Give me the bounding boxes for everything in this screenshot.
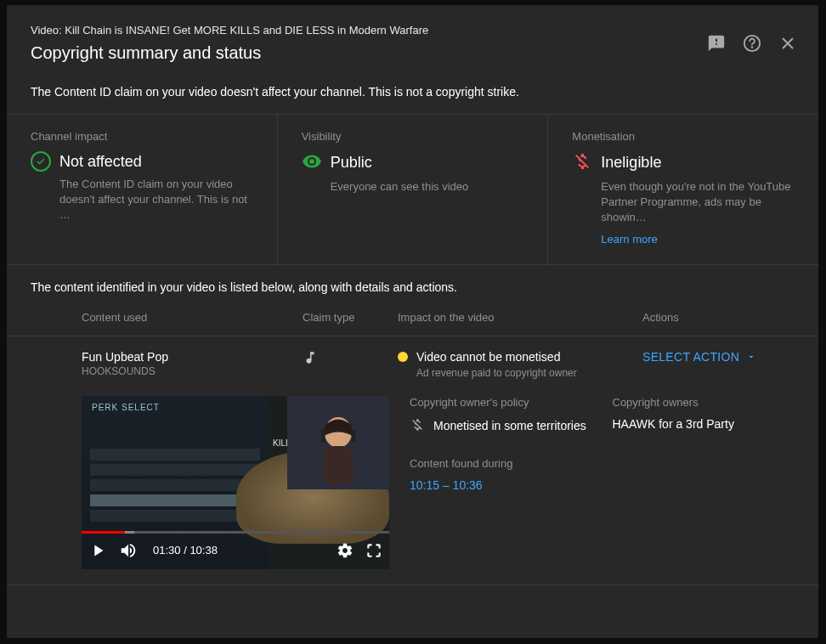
monetisation-desc: Even though you're not in the YouTube Pa…	[572, 179, 798, 226]
table-header: Content used Claim type Impact on the vi…	[7, 311, 818, 336]
music-note-icon	[303, 354, 318, 368]
policy-value: Monetised in some territories	[433, 419, 586, 432]
content-artist: HOOKSOUNDS	[82, 365, 303, 377]
col-content-header: Content used	[82, 311, 303, 324]
content-list-intro: The content identified in your video is …	[7, 265, 818, 311]
svg-rect-3	[323, 446, 354, 485]
details-columns: Copyright owner's policy Monetised in so…	[410, 396, 795, 492]
select-action-label: SELECT ACTION	[642, 350, 739, 364]
close-button[interactable]	[778, 33, 798, 54]
title-group: Video: Kill Chain is INSANE! Get MORE KI…	[31, 24, 428, 63]
owners-value: HAAWK for a 3rd Party	[613, 417, 734, 431]
dialog-header: Video: Kill Chain is INSANE! Get MORE KI…	[7, 5, 818, 70]
col-claim-header: Claim type	[303, 311, 398, 324]
play-button[interactable]	[88, 541, 107, 560]
dollar-slash-icon	[572, 151, 592, 174]
select-action-button[interactable]: SELECT ACTION	[642, 350, 795, 364]
channel-impact-label: Channel impact	[31, 130, 257, 143]
dropdown-arrow-icon	[746, 352, 756, 362]
header-actions	[706, 33, 798, 54]
impact-title: Video cannot be monetised	[416, 350, 560, 364]
check-circle-icon	[31, 151, 51, 172]
monetisation-value: Ineligible	[601, 154, 661, 172]
dollar-slash-small-icon	[410, 417, 425, 435]
col-actions-header: Actions	[642, 311, 795, 324]
visibility-desc: Everyone can see this video	[302, 179, 528, 195]
thumb-webcam	[287, 396, 389, 489]
channel-impact-cell: Channel impact Not affected The Content …	[7, 115, 278, 264]
claim-row: Fun Upbeat Pop HOOKSOUNDS Video cannot b…	[7, 336, 818, 585]
content-title: Fun Upbeat Pop	[82, 350, 303, 364]
found-label: Content found during	[410, 457, 592, 470]
info-banner: The Content ID claim on your video doesn…	[7, 70, 818, 114]
feedback-icon	[707, 34, 726, 53]
video-subtitle: Video: Kill Chain is INSANE! Get MORE KI…	[31, 24, 428, 37]
video-time: 01:30 / 10:38	[153, 544, 218, 556]
video-controls: 01:30 / 10:38	[82, 532, 389, 569]
timestamp-link[interactable]: 10:15 – 10:36	[410, 478, 483, 492]
impact-subtitle: Ad revenue paid to copyright owner	[398, 367, 642, 379]
policy-label: Copyright owner's policy	[410, 396, 592, 409]
thumb-perk-label: PERK SELECT	[92, 403, 160, 412]
monetisation-label: Monetisation	[572, 130, 798, 143]
visibility-value: Public	[331, 154, 372, 172]
monetisation-cell: Monetisation Ineligible Even though you'…	[548, 115, 818, 264]
dialog-title: Copyright summary and status	[31, 43, 428, 63]
owners-label: Copyright owners	[613, 396, 795, 409]
summary-row: Channel impact Not affected The Content …	[7, 114, 818, 265]
feedback-button[interactable]	[706, 33, 727, 54]
claim-row-top: Fun Upbeat Pop HOOKSOUNDS Video cannot b…	[82, 350, 795, 379]
volume-button[interactable]	[119, 541, 138, 560]
svg-point-1	[752, 47, 753, 48]
copyright-dialog: Video: Kill Chain is INSANE! Get MORE KI…	[7, 5, 818, 638]
channel-impact-value: Not affected	[59, 153, 142, 171]
learn-more-link[interactable]: Learn more	[572, 233, 798, 246]
video-thumbnail[interactable]: PERK SELECT KILL CHAIN	[82, 396, 389, 569]
col-impact-header: Impact on the video	[398, 311, 642, 324]
channel-impact-desc: The Content ID claim on your video doesn…	[31, 177, 257, 223]
help-button[interactable]	[742, 33, 762, 54]
status-dot-yellow	[398, 352, 408, 362]
eye-icon	[302, 151, 322, 174]
visibility-cell: Visibility Public Everyone can see this …	[278, 115, 549, 264]
visibility-label: Visibility	[302, 130, 528, 143]
help-icon	[743, 34, 761, 53]
claim-details: PERK SELECT KILL CHAIN	[82, 396, 795, 569]
fullscreen-button[interactable]	[365, 542, 382, 559]
close-icon	[778, 34, 797, 53]
settings-button[interactable]	[337, 542, 354, 559]
